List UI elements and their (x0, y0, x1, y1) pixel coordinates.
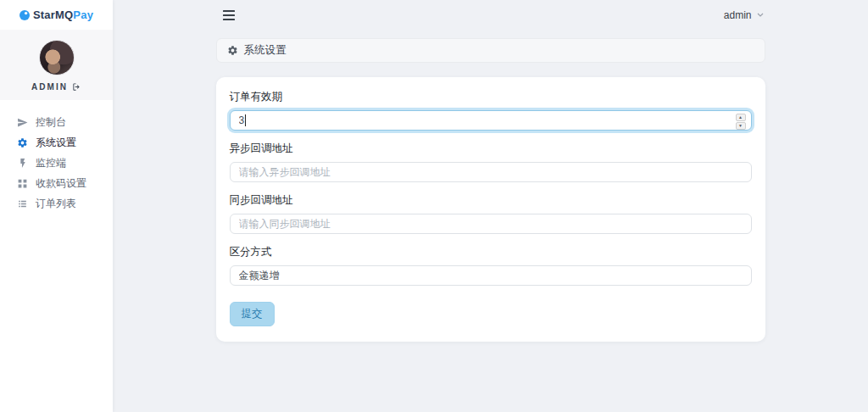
submit-button[interactable]: 提交 (230, 302, 275, 326)
sidebar-item-monitor[interactable]: 监控端 (0, 153, 113, 173)
user-dropdown[interactable]: admin (724, 9, 764, 21)
field-label: 同步回调地址 (230, 193, 752, 208)
sidebar-item-system-settings[interactable]: 系统设置 (0, 132, 113, 153)
spinner-down-icon[interactable]: ▼ (736, 122, 746, 130)
brand-dot-icon (19, 10, 30, 20)
settings-form-card: 订单有效期 ▲▼ 异步回调地址 同步回调地址 (216, 77, 765, 342)
logout-icon[interactable] (72, 82, 81, 92)
async-callback-input[interactable] (230, 162, 752, 182)
user-dropdown-label: admin (724, 9, 752, 21)
gear-icon (227, 45, 238, 56)
sidebar-item-label: 收款码设置 (36, 176, 86, 191)
sidebar-item-payment-code-settings[interactable]: 收款码设置 (0, 173, 113, 193)
brand-logo[interactable]: StarMQPay (0, 0, 113, 30)
field-distinguish-method: 区分方式 (230, 245, 752, 286)
sidebar-item-label: 系统设置 (36, 136, 76, 150)
lightning-icon (17, 158, 28, 169)
list-icon (17, 198, 28, 209)
text-caret (245, 114, 246, 126)
gear-icon (17, 137, 28, 148)
sidebar-item-order-list[interactable]: 订单列表 (0, 193, 113, 214)
sync-callback-input[interactable] (230, 214, 752, 234)
profile-username: ADMIN (31, 82, 68, 92)
field-label: 异步回调地址 (230, 142, 752, 156)
grid-icon (17, 178, 28, 189)
brand-name: StarMQ (33, 8, 73, 21)
profile-panel: ADMIN (0, 30, 113, 100)
brand-suffix: Pay (73, 8, 93, 21)
field-label: 订单有效期 (230, 90, 752, 104)
topbar: admin (216, 0, 765, 30)
page-title-bar: 系统设置 (216, 38, 765, 63)
main-area: admin 系统设置 订单有效期 ▲▼ 异步回调地 (113, 0, 868, 412)
sidebar-menu: 控制台 系统设置 监控端 收款码设置 订单列表 (0, 100, 113, 214)
hamburger-icon[interactable] (223, 10, 235, 20)
sidebar-item-label: 订单列表 (36, 197, 76, 211)
chevron-down-icon (757, 13, 764, 17)
avatar[interactable] (39, 40, 75, 75)
sidebar-item-label: 控制台 (36, 115, 66, 130)
number-spinner[interactable]: ▲▼ (736, 114, 746, 127)
field-label: 区分方式 (230, 245, 752, 259)
order-validity-input[interactable] (230, 110, 752, 131)
paper-plane-icon (17, 117, 28, 128)
field-order-validity: 订单有效期 ▲▼ (230, 90, 752, 131)
field-async-callback: 异步回调地址 (230, 142, 752, 182)
sidebar-item-console[interactable]: 控制台 (0, 112, 113, 132)
distinguish-method-input[interactable] (230, 265, 752, 286)
sidebar: StarMQPay ADMIN 控制台 系统设置 监控端 (0, 0, 113, 412)
page-title: 系统设置 (244, 43, 287, 58)
spinner-up-icon[interactable]: ▲ (736, 114, 746, 121)
field-sync-callback: 同步回调地址 (230, 193, 752, 234)
sidebar-item-label: 监控端 (36, 156, 66, 170)
